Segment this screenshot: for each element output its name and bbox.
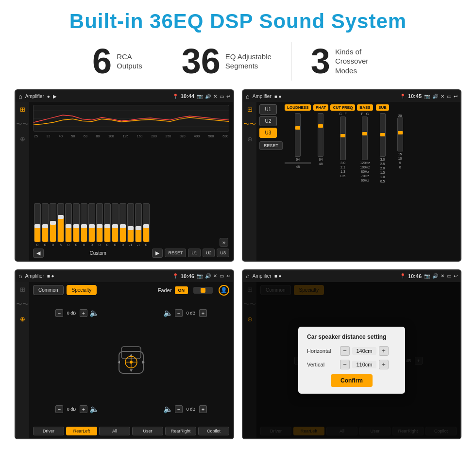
eq-slider-5[interactable]: 0: [73, 203, 80, 247]
eq-u1-btn[interactable]: U1: [188, 249, 201, 257]
eq-slider-1[interactable]: 0: [42, 203, 49, 247]
fader-toggle[interactable]: ON: [175, 286, 188, 294]
eq-icon[interactable]: ⊞: [20, 106, 25, 113]
expand-icon[interactable]: ⊕: [20, 135, 25, 143]
eq-slider-4[interactable]: 0: [65, 203, 72, 247]
sub-toggle[interactable]: SUB: [376, 104, 389, 111]
eq-reset-btn[interactable]: RESET: [165, 249, 186, 257]
bass-toggle[interactable]: BASS: [357, 104, 373, 111]
specialty-mode-btn[interactable]: Specialty: [67, 285, 97, 295]
rearright-btn[interactable]: RearRight: [165, 427, 196, 435]
eq-slider-9[interactable]: 0: [104, 203, 111, 247]
screen4-cam-icon[interactable]: 📷: [424, 273, 430, 279]
screen2-win-icon[interactable]: ▭: [447, 94, 451, 99]
screen2-wave-icon[interactable]: 〜〜: [243, 120, 256, 129]
eq-slider-7[interactable]: 0: [88, 203, 95, 247]
rr-minus-btn[interactable]: −: [175, 405, 183, 413]
eq-slider-10[interactable]: 0: [112, 203, 119, 247]
screen1-win-icon[interactable]: ▭: [220, 94, 224, 99]
eq-slider-3[interactable]: 5: [57, 203, 64, 247]
screen3-win-icon[interactable]: ▭: [220, 273, 224, 279]
eq-next-btn[interactable]: ▶: [152, 249, 163, 258]
screen3-close-icon[interactable]: ✕: [213, 273, 217, 279]
eq-slider-13[interactable]: -1: [135, 203, 142, 247]
loudness-slider[interactable]: [295, 113, 301, 157]
rl-minus-btn[interactable]: −: [55, 405, 63, 413]
screen3-expand-icon[interactable]: ⊕: [20, 316, 25, 323]
screen2-expand-icon[interactable]: ⊕: [247, 135, 253, 143]
eq-slider-0[interactable]: 0: [34, 203, 41, 247]
eq-slider-14[interactable]: 0: [143, 203, 150, 247]
fl-plus-btn[interactable]: +: [80, 309, 87, 317]
screen2-vol-icon[interactable]: 🔊: [432, 94, 438, 99]
screen3-eq-icon[interactable]: ⊞: [20, 286, 25, 293]
rearleft-btn[interactable]: RearLeft: [66, 427, 97, 435]
fr-minus-btn[interactable]: −: [175, 309, 183, 317]
eq-slider-11[interactable]: 0: [119, 203, 126, 247]
wave-icon[interactable]: 〜〜: [16, 120, 29, 129]
fader-h-slider[interactable]: [193, 287, 213, 294]
fr-plus-btn[interactable]: +: [199, 309, 207, 317]
bass-slider[interactable]: [362, 116, 368, 160]
eq-prev-btn[interactable]: ◀: [33, 249, 44, 258]
eq-slider-2[interactable]: 0: [50, 203, 56, 247]
screen4-win-icon[interactable]: ▭: [447, 273, 451, 279]
home-icon[interactable]: ⌂: [18, 93, 22, 100]
screen2-cam-icon[interactable]: 📷: [424, 94, 430, 99]
screen3-cam-icon[interactable]: 📷: [197, 273, 203, 279]
profile-icon[interactable]: 👤: [219, 285, 229, 296]
phat-toggle[interactable]: PHAT: [313, 104, 328, 111]
screen4-back-icon[interactable]: ↩: [454, 273, 458, 279]
more-arrow[interactable]: »: [220, 238, 228, 247]
user-btn[interactable]: User: [132, 427, 163, 435]
vertical-plus-btn[interactable]: +: [379, 360, 389, 369]
rl-plus-btn[interactable]: +: [80, 405, 87, 413]
screen1-eq-main: 25 32 40 50 63 80 100 125 160 200 250 32…: [29, 102, 233, 261]
driver-btn[interactable]: Driver: [33, 427, 64, 435]
screen4-close-icon[interactable]: ✕: [441, 273, 444, 279]
vertical-minus-btn[interactable]: −: [340, 360, 350, 369]
screen3-home-icon[interactable]: ⌂: [18, 272, 22, 280]
screen4-vol-icon[interactable]: 🔊: [432, 273, 438, 279]
confirm-button[interactable]: Confirm: [331, 374, 373, 387]
screen1-close-icon[interactable]: ✕: [213, 94, 217, 99]
screen3-wave-icon[interactable]: 〜〜: [16, 300, 29, 309]
eq-slider-8[interactable]: 0: [96, 203, 103, 247]
eq-u2-btn[interactable]: U2: [203, 249, 215, 257]
crossover-reset-btn[interactable]: RESET: [259, 141, 283, 150]
screen2-home-icon[interactable]: ⌂: [246, 93, 250, 100]
eq-slider-12[interactable]: -1: [127, 203, 134, 247]
screen3-vol-icon[interactable]: 🔊: [205, 273, 211, 279]
eq-slider-6[interactable]: 0: [81, 203, 87, 247]
screen1-play-icon[interactable]: ▶: [53, 94, 57, 99]
fl-minus-btn[interactable]: −: [55, 309, 63, 317]
screen4-home-icon[interactable]: ⌂: [246, 272, 250, 280]
u1-btn[interactable]: U1: [259, 104, 277, 115]
rr-plus-btn[interactable]: +: [199, 405, 207, 413]
all-btn[interactable]: All: [99, 427, 130, 435]
cutfreq-toggle[interactable]: CUT FREQ: [330, 104, 355, 111]
screen3-sidebar: ⊞ 〜〜 ⊕: [16, 282, 29, 439]
loudness-toggle[interactable]: LOUDNESS: [285, 104, 311, 111]
screen2-back-icon[interactable]: ↩: [454, 94, 458, 99]
screen3-back-icon[interactable]: ↩: [226, 273, 230, 279]
rr-db-val: 0 dB: [184, 407, 198, 412]
screen2-eq-icon[interactable]: ⊞: [247, 106, 253, 113]
screen2-close-icon[interactable]: ✕: [441, 94, 444, 99]
screen1-back-icon[interactable]: ↩: [226, 94, 230, 99]
svg-marker-9: [130, 354, 133, 356]
phat-slider[interactable]: [318, 113, 323, 157]
common-mode-btn[interactable]: Common: [33, 285, 64, 295]
u3-btn[interactable]: U3: [259, 128, 277, 138]
screen1-content: ⊞ 〜〜 ⊕: [16, 102, 233, 261]
screen1-cam-icon[interactable]: 📷: [197, 94, 203, 99]
horizontal-plus-btn[interactable]: +: [379, 346, 389, 356]
cutfreq-slider[interactable]: [340, 116, 346, 160]
horizontal-minus-btn[interactable]: −: [340, 346, 350, 356]
last-slider[interactable]: [397, 117, 403, 151]
eq-u3-btn[interactable]: U3: [217, 249, 229, 257]
copilot-btn[interactable]: Copilot: [198, 427, 229, 435]
u2-btn[interactable]: U2: [259, 116, 277, 126]
sub-slider[interactable]: [380, 113, 386, 157]
screen1-vol-icon[interactable]: 🔊: [205, 94, 211, 99]
